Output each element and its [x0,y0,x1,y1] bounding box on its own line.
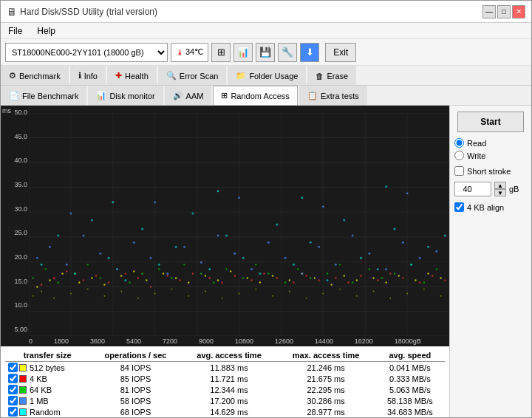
y-label-1: 45.0 [2,133,27,140]
row-checkbox-4[interactable] [8,407,18,417]
table-row: Random 68 IOPS 14.629 ms 28.977 ms 34.68… [5,406,445,417]
svg-point-106 [381,277,383,278]
svg-point-116 [116,268,118,270]
spinner-up-button[interactable]: ▲ [494,182,506,189]
y-label-8: 10.0 [2,301,27,309]
x-label-9: 16200 [355,338,373,345]
minimize-button[interactable]: — [482,5,496,18]
svg-point-36 [247,277,248,278]
tab-info[interactable]: ℹ Info [70,66,106,85]
svg-point-138 [238,196,240,199]
tab-disk-monitor[interactable]: 📊 Disk monitor [88,86,163,105]
svg-point-115 [99,253,101,255]
close-button[interactable]: ✕ [512,5,525,18]
svg-point-121 [200,261,202,264]
svg-point-170 [33,295,34,297]
size-label-2: 64 KB [30,386,52,394]
align-checkbox[interactable] [454,202,464,212]
svg-point-30 [163,273,164,274]
svg-point-97 [255,264,256,265]
row-checkbox-2[interactable] [8,385,18,394]
svg-point-90 [158,268,160,270]
svg-point-187 [306,298,307,299]
short-stroke-checkbox[interactable] [454,166,464,176]
read-radio[interactable] [454,138,464,148]
tab-random-access[interactable]: ⊞ Random Access [213,86,297,105]
svg-point-145 [108,257,110,259]
svg-point-95 [225,268,227,270]
svg-point-177 [137,298,139,299]
toolbar-btn-2[interactable]: 📊 [233,43,253,62]
read-write-group: Read Write [454,138,527,160]
svg-point-110 [436,268,437,270]
svg-point-27 [120,275,122,276]
x-label-4: 7200 [163,338,177,345]
svg-point-129 [335,264,337,266]
max-access-cell-2: 22.295 ms [277,384,375,395]
max-access-cell-0: 21.246 ms [277,362,375,374]
chart-container: ms 50.0 45.0 40.0 35.0 30.0 25.0 20.0 15… [1,106,449,336]
svg-point-55 [95,275,97,276]
svg-point-100 [297,268,299,270]
toolbar-btn-3[interactable]: 💾 [256,43,275,62]
svg-point-165 [444,235,446,237]
tab-erase[interactable]: 🗑 Erase [307,66,356,85]
svg-point-78 [419,281,420,283]
toolbar-btn-4[interactable]: 🔧 [278,43,297,62]
toolbar-btn-5[interactable]: ⬇ [300,43,319,62]
svg-point-163 [410,264,412,266]
row-checkbox-1[interactable] [8,374,18,383]
svg-point-183 [239,293,240,295]
maximize-button[interactable]: □ [497,5,511,18]
folder-icon: 📁 [236,71,246,80]
read-option[interactable]: Read [454,138,527,148]
right-panel: Start Read Write Short stroke ▲ ▼ gB [450,106,531,418]
tab-file-benchmark[interactable]: 📄 File Benchmark [1,86,86,105]
tab-benchmark[interactable]: ⚙ Benchmark [1,66,69,85]
row-checkbox-0[interactable] [8,363,18,372]
y-label-3: 35.0 [2,181,27,188]
start-button[interactable]: Start [457,112,524,132]
spinner-down-button[interactable]: ▼ [494,189,506,196]
svg-point-65 [234,275,236,276]
drive-select[interactable]: ST18000NE000-2YY101 (18000 gB) [5,43,168,62]
col-avg-access: avg. access time [182,349,277,362]
svg-point-107 [394,273,395,274]
tab-folder-usage[interactable]: 📁 Folder Usage [228,66,306,85]
toolbar-btn-1[interactable]: ⊞ [211,43,231,62]
svg-point-176 [120,291,122,292]
transfer-size-cell: 64 KB [5,384,89,395]
short-stroke-option[interactable]: Short stroke [454,166,527,176]
menu-help[interactable]: Help [34,24,58,38]
tab-error-scan[interactable]: 🔍 Error Scan [158,66,227,85]
spinner-input[interactable] [454,182,491,196]
stats-area: transfer size operations / sec avg. acce… [1,346,449,418]
svg-point-24 [78,281,80,283]
svg-point-132 [385,268,387,270]
svg-point-175 [103,295,105,297]
tab-aam[interactable]: 🔊 AAM [165,86,212,105]
size-label-4: Random [30,408,61,417]
svg-point-69 [293,281,294,283]
exit-button[interactable]: Exit [325,43,356,62]
svg-point-25 [91,277,92,278]
svg-point-141 [41,264,43,266]
svg-point-111 [36,257,38,259]
tab-health[interactable]: ✚ Health [107,66,157,85]
svg-point-68 [276,277,278,278]
y-label-0: 50.0 [2,109,27,116]
write-option[interactable]: Write [454,151,527,160]
svg-point-130 [352,235,354,237]
row-checkbox-3[interactable] [8,396,18,405]
svg-point-54 [83,279,84,281]
svg-point-94 [213,281,214,283]
menu-file[interactable]: File [5,24,25,38]
write-radio[interactable] [454,151,464,160]
svg-point-192 [389,298,391,299]
avg-access-cell-4: 14.629 ms [182,406,277,417]
tab-extra-tests[interactable]: 📋 Extra tests [299,86,367,105]
align-option[interactable]: 4 KB align [454,202,527,212]
svg-point-140 [406,192,409,194]
title-bar-controls[interactable]: — □ ✕ [482,5,525,18]
svg-point-74 [360,275,361,276]
